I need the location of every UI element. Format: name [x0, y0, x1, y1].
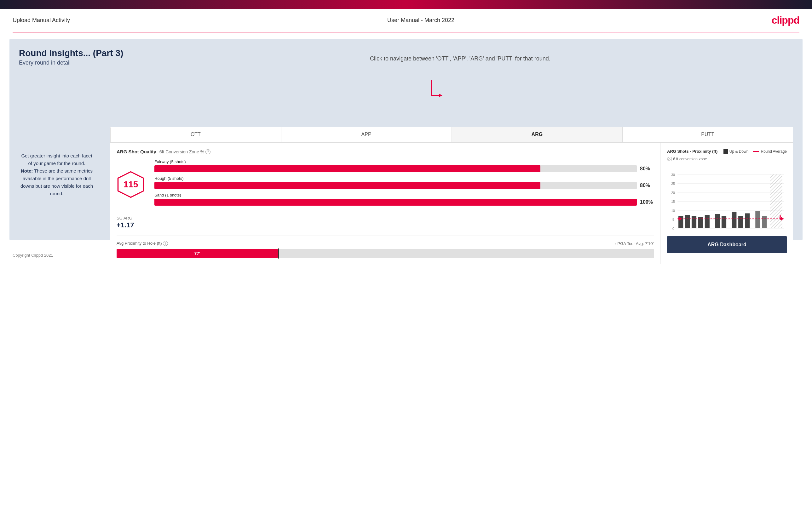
bar-pct-fairway: 80% [640, 166, 654, 172]
panel-header: ARG Shot Quality 6ft Conversion Zone % ? [116, 149, 654, 154]
clippd-logo: clippd [772, 14, 799, 26]
svg-rect-28 [762, 216, 767, 228]
svg-rect-25 [738, 216, 743, 228]
hexagon-score: 115 [116, 170, 145, 199]
proximity-bar: 77' [116, 249, 654, 258]
bar-pct-sand: 100% [640, 199, 654, 205]
chart-header: ARG Shots - Proximity (ft) Up & Down Rou… [667, 149, 787, 154]
bar-track-sand [154, 199, 637, 206]
bar-fill-fairway [154, 165, 541, 172]
info-icon[interactable]: ? [205, 149, 210, 154]
panel-subtitle: 6ft Conversion Zone % ? [159, 149, 210, 154]
arrow-annotation [422, 76, 447, 102]
svg-rect-18 [685, 215, 690, 228]
annotation-text: Click to navigate between 'OTT', 'APP', … [370, 54, 551, 63]
note-prefix: Note: [21, 168, 33, 173]
left-panel: ARG Shot Quality 6ft Conversion Zone % ?… [110, 143, 661, 264]
legend-hatch-conversion [667, 157, 671, 161]
svg-rect-21 [705, 215, 710, 228]
bar-row-rough: Rough (5 shots) 80% [154, 176, 654, 189]
tabs-bar: OTT APP ARG PUTT [110, 127, 793, 143]
svg-rect-23 [721, 216, 726, 228]
svg-rect-26 [745, 214, 750, 229]
svg-rect-27 [755, 211, 760, 228]
manual-label: User Manual - March 2022 [387, 17, 454, 23]
main-card: OTT APP ARG PUTT ARG Shot Quality 6ft Co… [110, 127, 793, 264]
top-bar [0, 0, 812, 9]
svg-rect-24 [732, 212, 737, 228]
logo-area: clippd [772, 14, 799, 26]
sg-value: +1.17 [116, 221, 654, 229]
svg-rect-19 [692, 216, 696, 228]
tab-ott[interactable]: OTT [110, 127, 281, 142]
bar-fill-sand [154, 199, 637, 206]
proximity-value: 77' [194, 251, 200, 256]
right-panel: ARG Shots - Proximity (ft) Up & Down Rou… [661, 143, 793, 264]
card-body: ARG Shot Quality 6ft Conversion Zone % ?… [110, 143, 793, 264]
panel-title: ARG Shot Quality [116, 149, 156, 154]
bar-pct-rough: 80% [640, 183, 654, 188]
svg-text:30: 30 [671, 173, 675, 177]
svg-text:5: 5 [672, 218, 674, 221]
hexagon-section: 115 Fairway (5 shots) 80% [116, 159, 654, 210]
proximity-section: Avg Proximity to Hole (ft) ? ↑ PGA Tour … [116, 235, 654, 258]
tab-putt[interactable]: PUTT [622, 127, 793, 142]
copyright: Copyright Clippd 2021 [13, 253, 53, 258]
tab-arg[interactable]: ARG [452, 127, 623, 142]
svg-rect-22 [715, 214, 720, 228]
upload-label[interactable]: Upload Manual Activity [13, 17, 70, 23]
chart-area: 0 5 10 15 20 25 30 [667, 164, 787, 233]
legend-conversion-row: 6 ft conversion zone [667, 157, 787, 161]
bar-row-fairway: Fairway (5 shots) 80% [154, 159, 654, 172]
chart-legend: Up & Down Round Average [723, 149, 787, 154]
chart-title: ARG Shots - Proximity (ft) [667, 149, 717, 154]
main-content: Round Insights... (Part 3) Every round i… [9, 39, 803, 240]
hatch-column [770, 174, 782, 228]
proximity-pga: ↑ PGA Tour Avg: 7'10" [614, 241, 654, 246]
sg-label: SG ARG [116, 216, 654, 220]
sg-section: SG ARG +1.17 [116, 216, 654, 229]
legend-updown: Up & Down [723, 149, 749, 154]
svg-text:10: 10 [671, 209, 675, 213]
arg-dashboard-button[interactable]: ARG Dashboard [667, 236, 787, 253]
chart-svg: 0 5 10 15 20 25 30 [667, 164, 787, 233]
header-divider [13, 32, 799, 33]
legend-box-updown [723, 149, 728, 154]
legend-label-conversion: 6 ft conversion zone [673, 157, 707, 161]
proximity-fill: 77' [116, 249, 278, 258]
bars-section: Fairway (5 shots) 80% Rough (5 shots) [154, 159, 654, 210]
header: Upload Manual Activity User Manual - Mar… [0, 9, 812, 32]
bar-row-sand: Sand (1 shots) 100% [154, 193, 654, 206]
proximity-info-icon[interactable]: ? [163, 241, 168, 246]
svg-text:0: 0 [672, 227, 674, 230]
legend-roundavg: Round Average [753, 149, 787, 154]
legend-dash-roundavg [753, 151, 759, 152]
hexagon-value: 115 [123, 179, 138, 189]
svg-text:15: 15 [671, 200, 675, 204]
tab-app[interactable]: APP [281, 127, 452, 142]
svg-marker-0 [439, 94, 442, 97]
proximity-label: Avg Proximity to Hole (ft) ? [116, 241, 168, 246]
sidebar-note: Get greater insight into each facet of y… [19, 152, 95, 198]
bar-label-sand: Sand (1 shots) [154, 193, 654, 198]
bar-label-fairway: Fairway (5 shots) [154, 159, 654, 164]
legend-label-roundavg: Round Average [761, 149, 787, 154]
proximity-cursor [278, 248, 279, 259]
bar-label-rough: Rough (5 shots) [154, 176, 654, 181]
proximity-header: Avg Proximity to Hole (ft) ? ↑ PGA Tour … [116, 241, 654, 246]
bar-fill-rough [154, 182, 541, 189]
svg-text:25: 25 [671, 182, 675, 185]
svg-text:20: 20 [671, 191, 675, 194]
legend-label-updown: Up & Down [729, 149, 749, 154]
bar-track-rough [154, 182, 637, 189]
bar-track-fairway [154, 165, 637, 172]
